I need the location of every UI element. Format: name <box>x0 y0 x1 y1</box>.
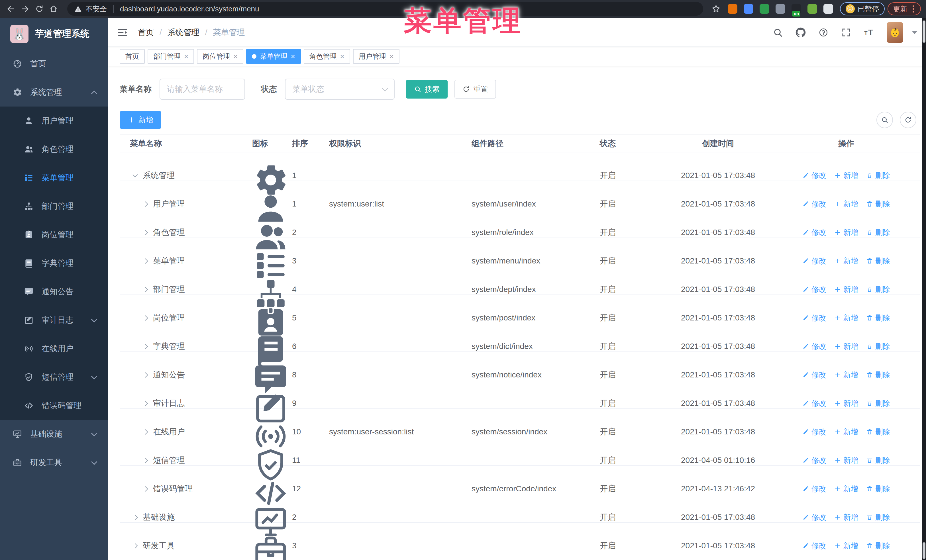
table-row[interactable]: 短信管理 11 开启 2021-04-05 01:10:16 修改 新增 <box>120 437 920 466</box>
help-icon[interactable] <box>818 27 829 38</box>
table-row[interactable]: 研发工具 3 开启 2021-01-05 17:03:48 修改 新增 <box>120 523 920 551</box>
tab[interactable]: 用户管理 × <box>353 49 399 64</box>
table-row[interactable]: 用户管理 1 system:user:list system/user/inde… <box>120 181 920 209</box>
menu-name-input[interactable] <box>160 78 245 100</box>
table-row[interactable]: 菜单管理 3 system/menu/index 开启 2021-01-05 1… <box>120 238 920 266</box>
expand-chevron-icon[interactable] <box>143 486 148 491</box>
expand-chevron-icon[interactable] <box>143 258 148 264</box>
table-row[interactable]: 错误码管理 12 system/errorCode/index 开启 2021-… <box>120 466 920 494</box>
table-row[interactable]: 系统管理 1 开启 2021-01-05 17:03:48 修改 新增 <box>120 152 920 181</box>
edit-link[interactable]: 修改 <box>802 313 826 323</box>
search-icon[interactable] <box>773 27 783 38</box>
bookmark-star-icon[interactable] <box>711 4 721 14</box>
delete-link[interactable]: 删除 <box>866 256 890 266</box>
delete-link[interactable]: 删除 <box>866 341 890 352</box>
close-icon[interactable]: × <box>340 53 345 60</box>
add-link[interactable]: 新增 <box>834 256 858 266</box>
sidebar-item[interactable]: 菜单管理 <box>0 163 108 192</box>
tab[interactable]: 角色管理 × <box>304 49 350 64</box>
sidebar-item[interactable]: 研发工具 <box>0 448 108 477</box>
extension-icon[interactable] <box>823 4 833 14</box>
table-row[interactable]: 审计日志 9 开启 2021-01-05 17:03:48 修改 新增 <box>120 380 920 409</box>
edit-link[interactable]: 修改 <box>802 228 826 237</box>
forward-icon[interactable] <box>20 3 31 15</box>
breadcrumb-home[interactable]: 首页 <box>138 27 154 38</box>
add-link[interactable]: 新增 <box>834 484 858 494</box>
add-link[interactable]: 新增 <box>834 313 858 323</box>
close-icon[interactable]: × <box>184 53 188 60</box>
expand-chevron-icon[interactable] <box>133 543 138 548</box>
add-link[interactable]: 新增 <box>834 370 858 380</box>
add-link[interactable]: 新增 <box>834 398 858 409</box>
sidebar-item[interactable]: 通知公告 <box>0 278 108 306</box>
tab[interactable]: 菜单管理 × <box>246 49 301 64</box>
sidebar-item[interactable]: 字典管理 <box>0 249 108 278</box>
edit-link[interactable]: 修改 <box>802 427 826 437</box>
github-icon[interactable] <box>796 27 806 38</box>
delete-link[interactable]: 删除 <box>866 199 890 209</box>
extension-icon[interactable]: on <box>791 4 801 14</box>
expand-chevron-icon[interactable] <box>133 172 138 177</box>
profile-paused-chip[interactable]: 😛 已暂停 <box>840 2 885 15</box>
sidebar-item[interactable]: 在线用户 <box>0 334 108 363</box>
table-row[interactable]: 部门管理 4 system/dept/index 开启 2021-01-05 1… <box>120 266 920 295</box>
scrollbar-thumb[interactable] <box>923 21 925 43</box>
sidebar-item[interactable]: 角色管理 <box>0 135 108 163</box>
extension-icon[interactable] <box>728 4 737 14</box>
edit-link[interactable]: 修改 <box>802 484 826 494</box>
expand-chevron-icon[interactable] <box>143 287 148 292</box>
edit-link[interactable]: 修改 <box>802 398 826 409</box>
expand-chevron-icon[interactable] <box>143 458 148 463</box>
edit-link[interactable]: 修改 <box>802 341 826 352</box>
delete-link[interactable]: 删除 <box>866 512 890 522</box>
caret-down-icon[interactable] <box>912 31 917 34</box>
address-bar[interactable]: 不安全 dashboard.yudao.iocoder.cn/system/me… <box>67 2 703 16</box>
add-link[interactable]: 新增 <box>834 341 858 352</box>
edit-link[interactable]: 修改 <box>802 171 826 181</box>
add-link[interactable]: 新增 <box>834 512 858 522</box>
table-row[interactable]: 角色管理 2 system/role/index 开启 2021-01-05 1… <box>120 209 920 238</box>
add-link[interactable]: 新增 <box>834 541 858 551</box>
sidebar-item[interactable]: 用户管理 <box>0 107 108 135</box>
breadcrumb-system[interactable]: 系统管理 <box>168 27 200 38</box>
extension-icon[interactable] <box>760 4 769 14</box>
expand-chevron-icon[interactable] <box>143 201 148 207</box>
expand-chevron-icon[interactable] <box>143 429 148 435</box>
delete-link[interactable]: 删除 <box>866 313 890 323</box>
expand-chevron-icon[interactable] <box>143 344 148 349</box>
expand-chevron-icon[interactable] <box>143 401 148 406</box>
add-link[interactable]: 新增 <box>834 456 858 465</box>
delete-link[interactable]: 删除 <box>866 427 890 437</box>
table-row[interactable]: 在线用户 10 system:user-session:list system/… <box>120 409 920 437</box>
sidebar-item[interactable]: 岗位管理 <box>0 220 108 249</box>
sidebar-item[interactable]: 短信管理 <box>0 363 108 391</box>
hamburger-icon[interactable] <box>117 27 128 38</box>
expand-chevron-icon[interactable] <box>143 315 148 320</box>
delete-link[interactable]: 删除 <box>866 484 890 494</box>
delete-link[interactable]: 删除 <box>866 456 890 465</box>
delete-link[interactable]: 删除 <box>866 541 890 551</box>
toggle-search-button[interactable] <box>876 112 893 128</box>
tab[interactable]: 首页 × <box>120 49 145 64</box>
add-link[interactable]: 新增 <box>834 427 858 437</box>
delete-link[interactable]: 删除 <box>866 228 890 237</box>
table-row[interactable]: 字典管理 6 system/dict/index 开启 2021-01-05 1… <box>120 323 920 352</box>
close-icon[interactable]: × <box>389 53 394 60</box>
add-link[interactable]: 新增 <box>834 171 858 181</box>
delete-link[interactable]: 删除 <box>866 171 890 181</box>
expand-chevron-icon[interactable] <box>143 372 148 377</box>
add-button[interactable]: 新增 <box>120 111 161 129</box>
expand-chevron-icon[interactable] <box>143 230 148 235</box>
menu-dots-icon[interactable] <box>911 5 915 12</box>
status-select[interactable]: 菜单状态 <box>285 78 395 100</box>
app-logo[interactable]: 🐰 芋道管理系统 <box>0 18 108 50</box>
reset-button[interactable]: 重置 <box>454 80 496 98</box>
back-icon[interactable] <box>5 3 17 15</box>
edit-link[interactable]: 修改 <box>802 512 826 522</box>
search-button[interactable]: 搜索 <box>406 80 448 98</box>
reload-icon[interactable] <box>33 3 45 15</box>
sidebar-item[interactable]: 首页 <box>0 50 108 78</box>
sidebar-item[interactable]: 错误码管理 <box>0 391 108 420</box>
refresh-table-button[interactable] <box>900 112 916 128</box>
update-button[interactable]: 更新 <box>888 2 921 15</box>
